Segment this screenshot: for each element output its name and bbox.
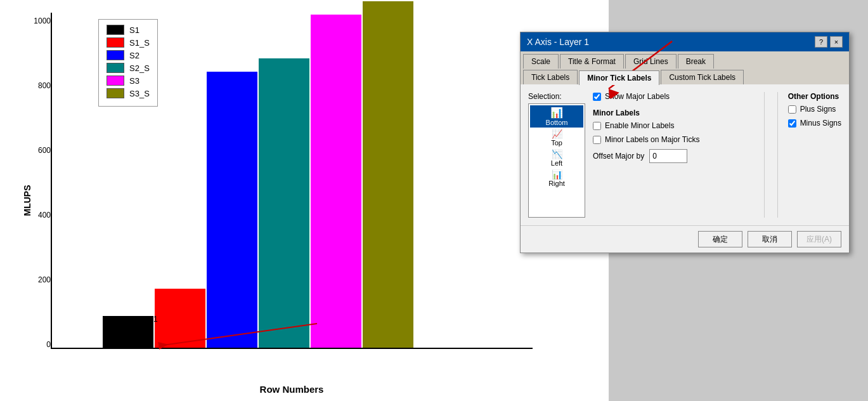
y-axis-ticks: 0 200 400 600 800 1000 xyxy=(32,13,51,349)
bar-group xyxy=(103,1,413,348)
tab-title-format[interactable]: Title & Format xyxy=(560,54,624,69)
dialog-content: Selection: 📊 Bottom 📈 Top 📉 xyxy=(521,84,849,225)
selection-item-bottom[interactable]: 📊 Bottom xyxy=(530,105,583,128)
y-tick-0: 0 xyxy=(46,340,51,349)
y-tick-400: 400 xyxy=(38,211,51,220)
selection-label: Selection: xyxy=(528,92,585,101)
x-tick-label: 1 xyxy=(153,315,158,324)
apply-button[interactable]: 应用(A) xyxy=(797,231,841,247)
enable-minor-labels-row: Enable Minor Labels xyxy=(593,121,751,130)
selection-item-right[interactable]: 📊 Right xyxy=(530,168,583,188)
bar-s1s xyxy=(155,289,205,348)
close-button[interactable]: × xyxy=(830,36,843,48)
y-tick-200: 200 xyxy=(38,275,51,284)
bar-s3 xyxy=(311,15,361,348)
bar-chart: 1 xyxy=(51,13,533,349)
show-major-labels-checkbox[interactable] xyxy=(593,93,601,101)
bar-s3s xyxy=(363,1,413,348)
titlebar-buttons: ? × xyxy=(815,36,843,48)
offset-input[interactable] xyxy=(649,149,687,163)
selection-list: 📊 Bottom 📈 Top 📉 Left 📊 xyxy=(528,103,585,218)
enable-minor-labels-checkbox[interactable] xyxy=(593,122,601,130)
x-axis-label: Row Numbers xyxy=(51,384,533,395)
confirm-button[interactable]: 确定 xyxy=(698,231,742,247)
show-major-labels-row: Show Major Labels xyxy=(593,92,751,101)
minus-signs-label: Minus Signs xyxy=(800,119,841,128)
offset-label: Offset Major by xyxy=(593,152,644,161)
tab-row-1: Scale Title & Format Grid Lines Break xyxy=(523,54,846,69)
minus-signs-row: Minus Signs xyxy=(788,119,841,128)
show-major-labels-label: Show Major Labels xyxy=(605,92,670,101)
tab-grid-lines[interactable]: Grid Lines xyxy=(625,54,677,69)
minor-on-major-row: Minor Labels on Major Ticks xyxy=(593,135,751,144)
chart-area: MLUPS S1 S1_S S2 S2_S S3 S3_S xyxy=(0,0,609,401)
y-axis-label: MLUPS xyxy=(22,185,32,216)
y-tick-800: 800 xyxy=(38,81,51,90)
minor-labels-section: Show Major Labels Minor Labels Enable Mi… xyxy=(593,92,751,218)
tab-break[interactable]: Break xyxy=(678,54,714,69)
plus-signs-label: Plus Signs xyxy=(800,105,836,114)
enable-minor-labels-label: Enable Minor Labels xyxy=(605,121,674,130)
minus-signs-checkbox[interactable] xyxy=(788,119,796,128)
selection-panel: Selection: 📊 Bottom 📈 Top 📉 xyxy=(528,92,585,218)
dialog-title: X Axis - Layer 1 xyxy=(527,37,589,47)
minor-labels-title: Minor Labels xyxy=(593,108,751,117)
selection-item-left[interactable]: 📉 Left xyxy=(530,148,583,168)
plus-signs-row: Plus Signs xyxy=(788,105,841,114)
y-tick-600: 600 xyxy=(38,146,51,155)
selection-item-top[interactable]: 📈 Top xyxy=(530,128,583,148)
y-tick-1000: 1000 xyxy=(34,16,51,25)
other-options-section: Other Options Plus Signs Minus Signs xyxy=(777,92,841,218)
dialog: X Axis - Layer 1 ? × Scale Title & Forma… xyxy=(520,32,850,253)
bar-s2 xyxy=(207,72,257,348)
cancel-button[interactable]: 取消 xyxy=(748,231,792,247)
minor-on-major-label: Minor Labels on Major Ticks xyxy=(605,135,699,144)
tabs-container: Scale Title & Format Grid Lines Break Ti… xyxy=(521,51,849,84)
tab-custom-tick-labels[interactable]: Custom Tick Labels xyxy=(661,70,744,84)
selection-section: Selection: 📊 Bottom 📈 Top 📉 xyxy=(528,92,841,218)
other-options-title: Other Options xyxy=(788,92,841,101)
plus-signs-checkbox[interactable] xyxy=(788,105,796,114)
bar-s1 xyxy=(103,316,153,348)
separator xyxy=(764,92,765,218)
bar-s2s xyxy=(259,58,309,348)
dialog-footer: 确定 取消 应用(A) xyxy=(521,225,849,253)
dialog-titlebar: X Axis - Layer 1 ? × xyxy=(521,32,849,51)
tab-scale[interactable]: Scale xyxy=(523,54,559,69)
help-button[interactable]: ? xyxy=(815,36,827,48)
tab-minor-tick-labels[interactable]: Minor Tick Labels xyxy=(579,70,659,85)
tab-row-2: Tick Labels Minor Tick Labels Custom Tic… xyxy=(523,70,846,84)
minor-on-major-checkbox[interactable] xyxy=(593,136,601,144)
offset-row: Offset Major by xyxy=(593,149,751,163)
tab-tick-labels[interactable]: Tick Labels xyxy=(523,70,578,84)
